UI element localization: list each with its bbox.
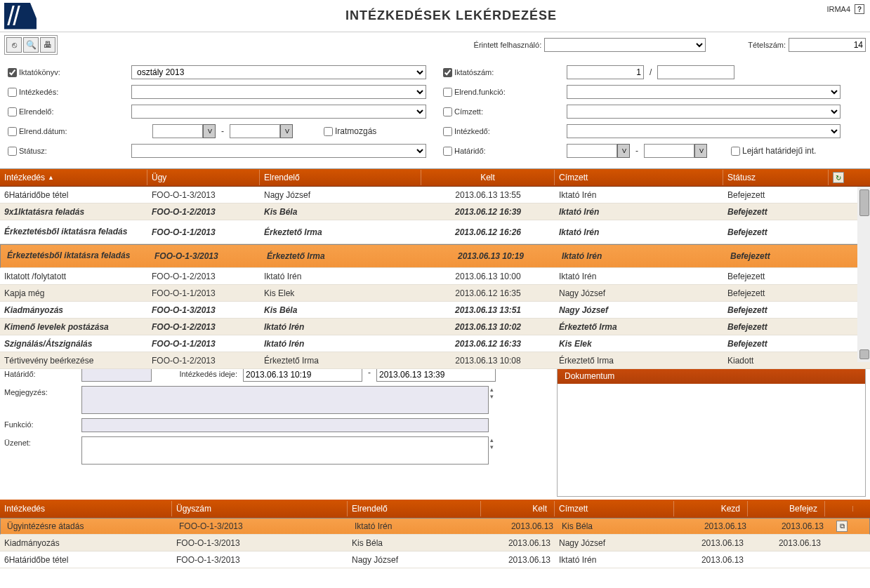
- elrend-datum-checkbox[interactable]: [8, 127, 17, 136]
- cimzett-select[interactable]: [567, 105, 841, 119]
- scrollbar[interactable]: [857, 187, 870, 362]
- scroll-down-icon[interactable]: [859, 349, 869, 359]
- col2-kelt[interactable]: Kelt: [481, 501, 555, 516]
- table-row[interactable]: 6Határidőbe tételFOO-O-1-3/2013Nagy Józs…: [0, 552, 870, 568]
- cell-elrendelo: Nagy József: [348, 553, 481, 567]
- col-cimzett[interactable]: Címzett: [555, 170, 723, 185]
- detail-funkcio-input[interactable]: [81, 418, 489, 432]
- elrend-funkcio-checkbox[interactable]: [443, 88, 452, 97]
- hatarido-from[interactable]: [567, 144, 617, 158]
- col-elrendelo[interactable]: Elrendelő: [260, 170, 421, 185]
- cell-kelt: 2013.06.13 13:55: [421, 188, 555, 202]
- elrendelo-checkbox[interactable]: [8, 107, 17, 116]
- calendar-icon[interactable]: V: [694, 144, 707, 158]
- detail-intezkedes-ideje-from[interactable]: [243, 368, 362, 382]
- expand-icon[interactable]: ⧉: [836, 521, 848, 532]
- iktatoszam-sep: /: [650, 67, 652, 77]
- detail-uzenet-input[interactable]: [81, 436, 489, 465]
- detail-hatarido-input[interactable]: [81, 368, 152, 382]
- table-row[interactable]: KiadmányozásFOO-O-1-3/2013Kis Béla2013.0…: [0, 535, 870, 552]
- detail-intezkedes-ideje-to[interactable]: [376, 368, 496, 382]
- print-icon[interactable]: 🖶: [40, 37, 55, 53]
- iktatokonyv-select[interactable]: osztály 2013: [131, 65, 426, 79]
- elrendelo-select[interactable]: [131, 105, 426, 119]
- col-kelt[interactable]: Kelt: [421, 170, 555, 185]
- col-ugy[interactable]: Ügy: [147, 170, 260, 185]
- iktatoszam-checkbox[interactable]: [443, 68, 452, 77]
- statusz-select[interactable]: [131, 144, 426, 158]
- iktatoszam-input-1[interactable]: [567, 65, 644, 79]
- col2-cimzett[interactable]: Címzett: [555, 501, 674, 516]
- elrend-datum-to[interactable]: [230, 124, 280, 138]
- tetelszam-input[interactable]: [789, 38, 866, 52]
- lejart-checkbox[interactable]: [731, 147, 740, 156]
- table-row[interactable]: Kimenő levelek postázásaFOO-O-1-2/2013Ik…: [0, 319, 870, 335]
- intezkedo-select[interactable]: [567, 124, 841, 138]
- calendar-icon[interactable]: V: [280, 124, 293, 138]
- page-title: INTÉZKEDÉSEK LEKÉRDEZÉSE: [37, 8, 866, 23]
- table-row[interactable]: Tértivevény beérkezéseFOO-O-1-2/2013Érke…: [0, 352, 870, 369]
- statusz-checkbox[interactable]: [8, 147, 17, 156]
- intezkedes-select[interactable]: [131, 85, 426, 99]
- table-row[interactable]: Szignálás/ÁtszignálásFOO-O-1-1/2013Iktat…: [0, 335, 870, 352]
- scroll-up-icon[interactable]: ▴: [490, 386, 494, 393]
- filter-panel: Iktatókönyv: osztály 2013 Iktatószám: / …: [0, 58, 870, 168]
- app-version: IRMA4: [826, 5, 850, 13]
- hatarido-checkbox[interactable]: [443, 147, 452, 156]
- table-row[interactable]: KiadmányozásFOO-O-1-3/2013Kis Béla2013.0…: [0, 302, 870, 319]
- cell-statusz: Befejezett: [723, 320, 829, 334]
- iktatoszam-input-2[interactable]: [657, 65, 734, 79]
- cell-intezkedes: Érkeztetésből iktatásra feladás: [0, 225, 147, 239]
- scroll-thumb[interactable]: [859, 189, 869, 216]
- cell-kelt: 2013.06.13: [481, 536, 555, 550]
- elrend-funkcio-select[interactable]: [567, 85, 841, 99]
- iktatoszam-label: Iktatószám:: [454, 68, 494, 76]
- cell-cimzett: Kis Elek: [555, 337, 723, 351]
- search-icon[interactable]: 🔍: [23, 37, 39, 53]
- intezkedo-checkbox[interactable]: [443, 127, 452, 136]
- detail-megjegyzes-input[interactable]: [81, 386, 489, 414]
- detail-megjegyzes-label: Megjegyzés:: [4, 386, 81, 396]
- cell-intezkedes: Tértivevény beérkezése: [0, 354, 147, 368]
- col-intezkedes[interactable]: Intézkedés▲: [0, 170, 147, 185]
- iktatokonyv-checkbox[interactable]: [8, 68, 17, 77]
- erintett-select[interactable]: [544, 38, 706, 52]
- document-panel: Dokumentum: [557, 368, 866, 497]
- table-row[interactable]: Érkeztetésből iktatásra feladásFOO-O-1-1…: [0, 220, 870, 244]
- sub-table-header: Intézkedés Ügyszám Elrendelő Kelt Címzet…: [0, 500, 870, 518]
- elrend-datum-from[interactable]: [152, 124, 203, 138]
- calendar-icon[interactable]: V: [203, 124, 216, 138]
- table-row[interactable]: 6Határidőbe tételFOO-O-1-3/2013Nagy Józs…: [0, 187, 870, 203]
- cell-cimzett: Érkeztető Irma: [555, 320, 723, 334]
- help-icon[interactable]: ?: [855, 4, 864, 14]
- intezkedes-checkbox[interactable]: [8, 88, 17, 97]
- col2-elrendelo[interactable]: Elrendelő: [348, 501, 481, 516]
- cell-statusz: Befejezett: [723, 337, 829, 351]
- detail-funkcio-label: Funkció:: [4, 418, 81, 429]
- refresh-button[interactable]: ↻: [829, 172, 848, 183]
- table-row[interactable]: 9x1Iktatásra feladásFOO-O-1-2/2013Kis Bé…: [0, 203, 870, 220]
- col2-intezkedes[interactable]: Intézkedés: [0, 501, 172, 516]
- col2-kezd[interactable]: Kezd: [674, 501, 748, 516]
- scroll-up-icon[interactable]: ▴: [490, 436, 494, 443]
- col2-ugyszam[interactable]: Ügyszám: [172, 501, 348, 516]
- calendar-icon[interactable]: V: [617, 144, 630, 158]
- hatarido-label: Határidő:: [454, 147, 486, 155]
- cell-statusz: Befejezett: [723, 269, 829, 283]
- hatarido-to[interactable]: [644, 144, 694, 158]
- scroll-down-icon[interactable]: ▾: [490, 443, 494, 450]
- table-row[interactable]: Kapja mégFOO-O-1-1/2013Kis Elek2013.06.1…: [0, 285, 870, 302]
- col2-befejez[interactable]: Befejez: [748, 501, 825, 516]
- table-row[interactable]: Érkeztetésből iktatásra feladásFOO-O-1-3…: [0, 244, 870, 268]
- cimzett-checkbox[interactable]: [443, 107, 452, 116]
- exit-icon[interactable]: ⎋: [6, 37, 22, 53]
- col-statusz[interactable]: Státusz: [723, 170, 829, 185]
- refresh-icon: ↻: [833, 172, 844, 183]
- cell-statusz: Befejezett: [723, 188, 829, 202]
- iratmozgas-checkbox[interactable]: [324, 127, 333, 136]
- scroll-down-icon[interactable]: ▾: [490, 393, 494, 400]
- cell-elrendelo: Iktató Irén: [260, 320, 421, 334]
- table-row[interactable]: Iktatott /folytatottFOO-O-1-2/2013Iktató…: [0, 268, 870, 285]
- table-row[interactable]: Ügyintézésre átadásFOO-O-1-3/2013Iktató …: [0, 518, 870, 535]
- document-panel-body: [558, 384, 865, 496]
